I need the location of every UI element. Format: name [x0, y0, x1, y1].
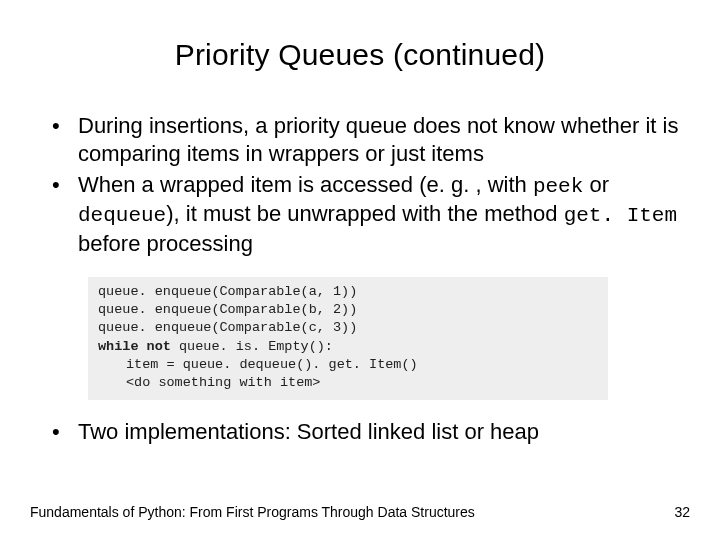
bullet-2-text-1: When a wrapped item is accessed (e. g. ,… — [78, 172, 533, 197]
code-block: queue. enqueue(Comparable(a, 1)) queue. … — [88, 277, 608, 400]
page-number: 32 — [674, 504, 690, 520]
code-line-3: queue. enqueue(Comparable(c, 3)) — [98, 320, 357, 335]
code-line-5: item = queue. dequeue(). get. Item() — [98, 356, 418, 374]
bullet-2-text-2: or — [583, 172, 609, 197]
bullet-1-text: During insertions, a priority queue does… — [78, 113, 678, 166]
bullet-3-text: Two implementations: Sorted linked list … — [78, 419, 539, 444]
code-line-6: <do something with item> — [98, 374, 320, 392]
code-line-4-kw: while not — [98, 339, 171, 354]
bullet-2: When a wrapped item is accessed (e. g. ,… — [50, 171, 690, 257]
bullet-1: During insertions, a priority queue does… — [50, 112, 690, 167]
slide: Priority Queues (continued) During inser… — [0, 0, 720, 540]
bullet-3: Two implementations: Sorted linked list … — [50, 418, 690, 446]
code-line-4-rest: queue. is. Empty(): — [171, 339, 333, 354]
bullet-2-text-3: ), it must be unwrapped with the method — [166, 201, 563, 226]
bullet-list-2: Two implementations: Sorted linked list … — [30, 418, 690, 446]
slide-title: Priority Queues (continued) — [30, 38, 690, 72]
code-peek: peek — [533, 175, 583, 198]
code-line-2: queue. enqueue(Comparable(b, 2)) — [98, 302, 357, 317]
footer: Fundamentals of Python: From First Progr… — [30, 504, 690, 520]
code-dequeue: dequeue — [78, 204, 166, 227]
bullet-list: During insertions, a priority queue does… — [30, 112, 690, 257]
footer-text: Fundamentals of Python: From First Progr… — [30, 504, 475, 520]
bullet-2-text-4: before processing — [78, 231, 253, 256]
code-line-1: queue. enqueue(Comparable(a, 1)) — [98, 284, 357, 299]
code-getitem: get. Item — [564, 204, 677, 227]
